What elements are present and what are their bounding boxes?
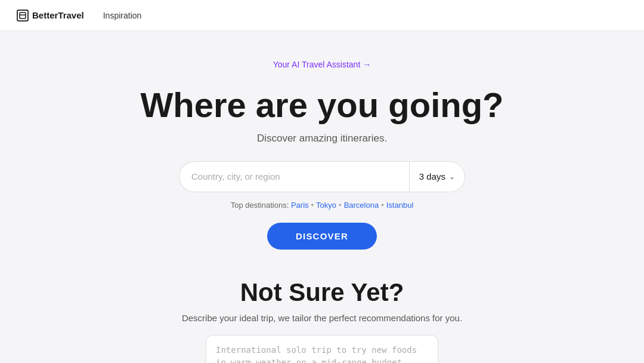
chevron-down-icon: ⌄ [449, 173, 455, 181]
destination-paris[interactable]: Paris [291, 201, 309, 210]
top-destinations-label: Top destinations: [231, 201, 289, 210]
main-heading: Where are you going? [140, 86, 503, 124]
svg-rect-0 [20, 13, 26, 19]
dot-3: • [381, 201, 384, 210]
top-destinations: Top destinations: Paris•Tokyo•Barcelona•… [231, 201, 414, 210]
destination-tokyo[interactable]: Tokyo [316, 201, 336, 210]
dot-1: • [311, 201, 314, 210]
destination-barcelona[interactable]: Barcelona [344, 201, 379, 210]
nav-inspiration[interactable]: Inspiration [103, 11, 142, 20]
sub-heading: Discover amazing itineraries. [257, 133, 387, 144]
discover-button[interactable]: DISCOVER [267, 223, 377, 250]
main-content: Your AI Travel Assistant → Where are you… [0, 31, 644, 363]
destination-istanbul[interactable]: Istanbul [386, 201, 414, 210]
logo-icon [17, 10, 29, 21]
search-row: 3 days ⌄ [179, 161, 465, 192]
ai-banner-arrow: → [363, 60, 371, 69]
trip-description-textarea[interactable] [206, 335, 438, 363]
destination-search-input[interactable] [179, 161, 409, 192]
not-sure-subtext: Describe your ideal trip, we tailor the … [182, 313, 462, 323]
ai-banner-text: Your AI Travel Assistant [273, 60, 361, 69]
days-dropdown[interactable]: 3 days ⌄ [409, 161, 465, 192]
logo-text: BetterTravel [32, 10, 84, 20]
not-sure-heading: Not Sure Yet? [240, 278, 404, 307]
ai-banner[interactable]: Your AI Travel Assistant → [273, 60, 371, 69]
logo[interactable]: BetterTravel [17, 10, 84, 21]
dot-2: • [339, 201, 342, 210]
navbar: BetterTravel Inspiration [0, 0, 644, 31]
not-sure-section: Not Sure Yet? Describe your ideal trip, … [12, 278, 632, 363]
days-label: 3 days [419, 171, 445, 182]
